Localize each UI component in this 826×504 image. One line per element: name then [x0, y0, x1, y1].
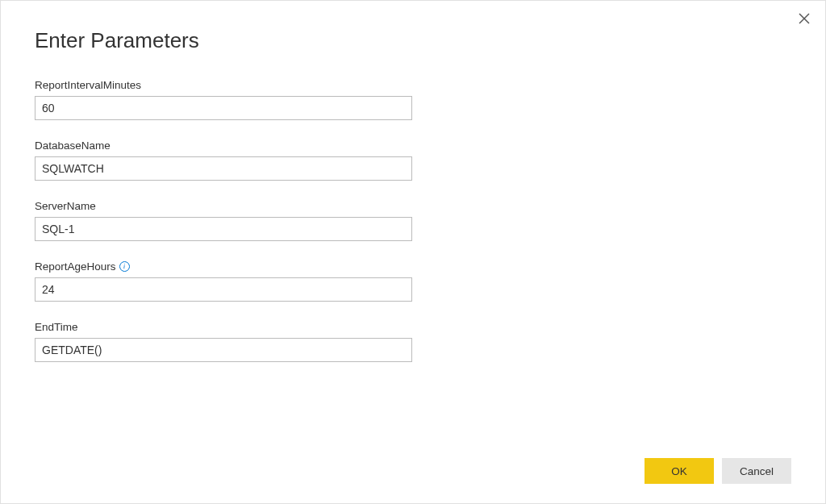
field-label: ReportAgeHours i — [35, 260, 412, 273]
field-servername: ServerName — [35, 200, 412, 241]
field-reportagehours: ReportAgeHours i — [35, 260, 412, 302]
dialog-title: Enter Parameters — [35, 28, 791, 53]
dialog-footer: OK Cancel — [35, 450, 791, 484]
parameters-dialog: Enter Parameters ReportIntervalMinutes D… — [1, 1, 825, 503]
close-button[interactable] — [795, 9, 814, 28]
field-label: DatabaseName — [35, 140, 412, 152]
label-text: ServerName — [35, 200, 96, 212]
label-text: EndTime — [35, 321, 78, 333]
reportagehours-input[interactable] — [35, 277, 412, 302]
field-label: ReportIntervalMinutes — [35, 79, 412, 91]
field-reportintervalminutes: ReportIntervalMinutes — [35, 79, 412, 120]
endtime-input[interactable] — [35, 338, 412, 362]
reportintervalminutes-input[interactable] — [35, 96, 412, 120]
field-label: EndTime — [35, 321, 412, 333]
databasename-input[interactable] — [35, 156, 412, 181]
ok-button[interactable]: OK — [645, 458, 714, 484]
fields-container: ReportIntervalMinutes DatabaseName Serve… — [35, 79, 791, 450]
label-text: DatabaseName — [35, 140, 111, 152]
field-endtime: EndTime — [35, 321, 412, 362]
field-databasename: DatabaseName — [35, 140, 412, 181]
field-label: ServerName — [35, 200, 412, 212]
close-icon — [799, 13, 810, 24]
servername-input[interactable] — [35, 217, 412, 241]
label-text: ReportIntervalMinutes — [35, 79, 141, 91]
label-text: ReportAgeHours — [35, 260, 116, 273]
cancel-button[interactable]: Cancel — [722, 458, 791, 484]
info-icon[interactable]: i — [119, 261, 130, 272]
